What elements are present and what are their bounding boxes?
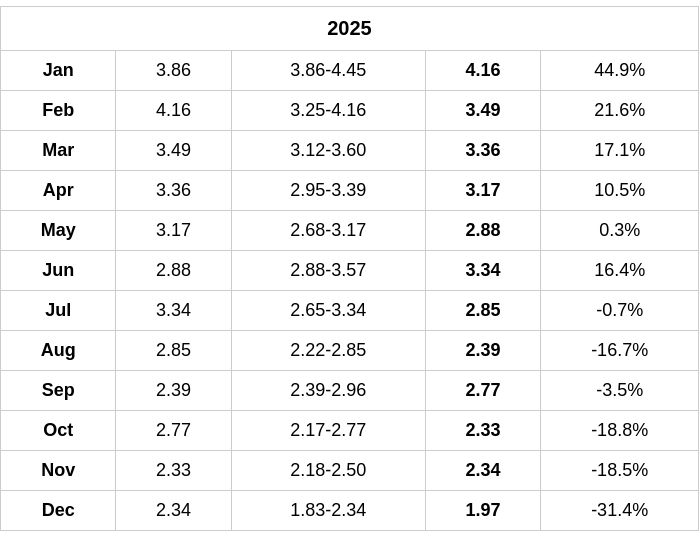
table-row: Jun2.882.88-3.573.3416.4% [1,251,699,291]
table-row: Jul3.342.65-3.342.85-0.7% [1,291,699,331]
table-row: Feb4.163.25-4.163.4921.6% [1,91,699,131]
cell-start: 3.34 [116,291,231,331]
cell-forecast: 3.36 [425,131,540,171]
cell-change: -18.8% [541,411,699,451]
table-row: Oct2.772.17-2.772.33-18.8% [1,411,699,451]
cell-range: 1.83-2.34 [231,491,425,531]
table-row: Nov2.332.18-2.502.34-18.5% [1,451,699,491]
cell-range: 2.68-3.17 [231,211,425,251]
cell-start: 3.17 [116,211,231,251]
table-row: Jan3.863.86-4.454.1644.9% [1,51,699,91]
cell-month: Jan [1,51,116,91]
cell-range: 2.17-2.77 [231,411,425,451]
cell-forecast: 2.39 [425,331,540,371]
table-row: Apr3.362.95-3.393.1710.5% [1,171,699,211]
cell-start: 3.86 [116,51,231,91]
cell-start: 3.36 [116,171,231,211]
cell-forecast: 2.88 [425,211,540,251]
cell-forecast: 3.17 [425,171,540,211]
cell-start: 3.49 [116,131,231,171]
cell-range: 2.39-2.96 [231,371,425,411]
cell-forecast: 4.16 [425,51,540,91]
cell-change: 10.5% [541,171,699,211]
cell-change: -31.4% [541,491,699,531]
table-row: Sep2.392.39-2.962.77-3.5% [1,371,699,411]
cell-start: 2.88 [116,251,231,291]
cell-start: 2.39 [116,371,231,411]
cell-change: -3.5% [541,371,699,411]
cell-range: 3.12-3.60 [231,131,425,171]
table-row: Aug2.852.22-2.852.39-16.7% [1,331,699,371]
cell-month: Sep [1,371,116,411]
cell-range: 3.86-4.45 [231,51,425,91]
cell-forecast: 2.34 [425,451,540,491]
cell-range: 2.18-2.50 [231,451,425,491]
cell-month: Nov [1,451,116,491]
cell-start: 4.16 [116,91,231,131]
cell-start: 2.33 [116,451,231,491]
cell-range: 2.65-3.34 [231,291,425,331]
cell-start: 2.85 [116,331,231,371]
cell-month: Mar [1,131,116,171]
table-row: Dec2.341.83-2.341.97-31.4% [1,491,699,531]
cell-forecast: 2.33 [425,411,540,451]
cell-change: 21.6% [541,91,699,131]
cell-month: Apr [1,171,116,211]
cell-change: -0.7% [541,291,699,331]
cell-month: Jun [1,251,116,291]
cell-forecast: 3.49 [425,91,540,131]
year-header: 2025 [1,7,699,51]
cell-forecast: 1.97 [425,491,540,531]
cell-start: 2.34 [116,491,231,531]
cell-start: 2.77 [116,411,231,451]
cell-month: Aug [1,331,116,371]
cell-forecast: 2.85 [425,291,540,331]
cell-change: 44.9% [541,51,699,91]
cell-month: May [1,211,116,251]
cell-forecast: 3.34 [425,251,540,291]
cell-range: 2.88-3.57 [231,251,425,291]
cell-range: 2.95-3.39 [231,171,425,211]
data-table: 2025 Jan3.863.86-4.454.1644.9%Feb4.163.2… [0,6,699,531]
cell-month: Oct [1,411,116,451]
table-container: 2025 Jan3.863.86-4.454.1644.9%Feb4.163.2… [0,6,699,531]
table-row: May3.172.68-3.172.880.3% [1,211,699,251]
cell-change: -18.5% [541,451,699,491]
cell-range: 2.22-2.85 [231,331,425,371]
cell-change: 16.4% [541,251,699,291]
cell-month: Feb [1,91,116,131]
cell-range: 3.25-4.16 [231,91,425,131]
cell-change: -16.7% [541,331,699,371]
cell-change: 17.1% [541,131,699,171]
cell-month: Jul [1,291,116,331]
table-row: Mar3.493.12-3.603.3617.1% [1,131,699,171]
cell-change: 0.3% [541,211,699,251]
cell-forecast: 2.77 [425,371,540,411]
cell-month: Dec [1,491,116,531]
